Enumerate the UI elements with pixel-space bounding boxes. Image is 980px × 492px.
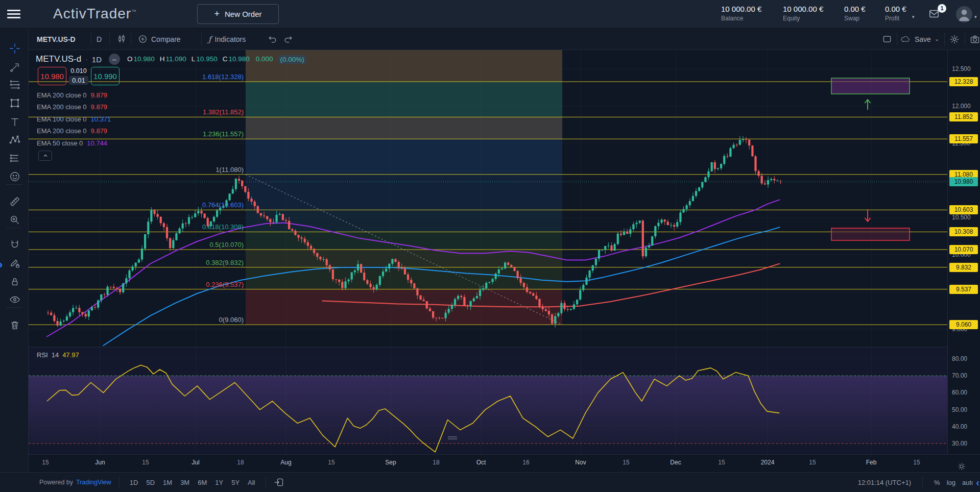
rsi-tick: 30.00 <box>952 440 967 447</box>
menu-icon[interactable] <box>7 10 20 19</box>
chart-canvas[interactable] <box>29 50 947 454</box>
price-tick: 12.500 <box>952 65 971 72</box>
legend-symbol[interactable]: METV.US-d <box>36 54 81 64</box>
ema-value: 9.879 <box>91 103 108 111</box>
drawing-mode-tool-icon[interactable] <box>9 257 20 268</box>
price-axis[interactable]: 12.50012.00011.50010.50010.0009.00080.00… <box>947 50 980 454</box>
buy-button[interactable]: 10.990 <box>91 67 119 85</box>
go-to-date-icon[interactable] <box>274 477 284 487</box>
account-label: Equity <box>783 15 823 22</box>
ema-value: 9.879 <box>91 127 108 135</box>
sell-button[interactable]: 10.980 <box>38 67 66 85</box>
time-axis-label: 18 <box>433 459 439 466</box>
compare-button[interactable]: Compare <box>138 29 181 50</box>
ema-legend-row[interactable]: EMA 200 close 09.879 <box>37 90 107 100</box>
ema-label: EMA 200 close 0 <box>37 127 87 135</box>
indicators-button[interactable]: ƒ Indicators <box>208 29 246 50</box>
chart-toolbar: METV.US-D D Compare ƒ Indicators Save ⌄ <box>29 29 980 50</box>
magnet-tool-icon[interactable] <box>9 239 20 251</box>
account-metric-equity: 10 000.00 €Equity <box>783 5 823 22</box>
fib-retracement-tool-icon[interactable] <box>9 79 20 90</box>
range-button-6m[interactable]: 6M <box>195 477 209 488</box>
avatar[interactable] <box>956 6 972 22</box>
auto-scale-toggle[interactable]: auto <box>962 479 973 486</box>
fx-icon: ƒ <box>208 35 211 44</box>
zoom-in-tool-icon[interactable] <box>9 214 20 226</box>
time-axis-label: Oct <box>476 459 486 466</box>
range-button-3m[interactable]: 3M <box>178 477 192 488</box>
time-axis-label: 15 <box>809 459 816 466</box>
rsi-value: 47.97 <box>62 351 79 359</box>
camera-icon[interactable] <box>970 29 980 50</box>
price-level-badge: 10.070 <box>949 245 978 254</box>
rsi-legend[interactable]: RSI14 47.97 <box>37 351 79 359</box>
mail-badge: 1 <box>938 4 946 13</box>
change-percent: (0.00%) <box>278 55 306 64</box>
forecast-tool-icon[interactable] <box>9 153 20 164</box>
bottom-bar: Powered by TradingView 1D5D1M3M6M1Y5YAll… <box>0 472 980 492</box>
drawing-annotations[interactable] <box>831 78 910 240</box>
rsi-tick: 80.00 <box>952 355 967 362</box>
time-axis-label: Jun <box>95 459 105 466</box>
percent-scale-toggle[interactable]: % <box>934 479 940 486</box>
ema-legend-row[interactable]: EMA 100 close 010.371 <box>37 114 111 124</box>
range-button-5y[interactable]: 5Y <box>229 477 242 488</box>
plus-circle-icon <box>138 34 148 44</box>
emoji-tool-icon[interactable] <box>9 171 20 182</box>
interval-button[interactable]: D <box>97 29 102 50</box>
lock-drawings-tool-icon[interactable] <box>9 276 20 287</box>
range-button-1m[interactable]: 1M <box>160 477 175 488</box>
rsi-tick: 60.00 <box>952 389 967 396</box>
symbol-button[interactable]: METV.US-D <box>37 29 76 50</box>
redo-icon[interactable] <box>283 29 293 50</box>
range-button-5d[interactable]: 5D <box>144 477 157 488</box>
trend-line-tool-icon[interactable] <box>9 62 20 73</box>
hide-series-button[interactable]: – <box>109 54 120 65</box>
ema-value: 9.879 <box>91 91 108 99</box>
account-value: 10 000.00 € <box>783 5 823 13</box>
chart-type-icon[interactable] <box>116 29 127 50</box>
time-axis-settings-icon[interactable] <box>957 462 966 471</box>
fib-level-label: 0(9.060) <box>219 316 244 324</box>
profit-chevron-icon[interactable]: ▾ <box>912 14 915 19</box>
toolbar-separator <box>6 228 22 228</box>
fib-retracement-bands <box>246 50 562 325</box>
range-button-all[interactable]: All <box>245 477 257 488</box>
time-axis[interactable]: 15Jun15Jul18Aug15Sep18Oct16Nov15Dec15202… <box>29 454 980 472</box>
ema-legend-row[interactable]: EMA 200 close 09.879 <box>37 126 107 136</box>
fib-level-label: 1.618(12.328) <box>202 73 244 81</box>
spread: 0.010 0.01 <box>66 67 91 85</box>
xabcd-pattern-tool-icon[interactable] <box>9 134 20 145</box>
collapse-legend-button[interactable] <box>38 151 52 161</box>
hide-drawings-tool-icon[interactable] <box>9 294 20 305</box>
account-metric-profit: 0.00 €Profit <box>885 5 906 22</box>
settings-gear-icon[interactable] <box>949 29 960 50</box>
time-axis-label: 15 <box>623 459 629 466</box>
layout-icon[interactable] <box>882 29 892 50</box>
crosshair-tool-icon[interactable] <box>9 43 20 54</box>
fib-level-label: 1.236(11.557) <box>203 130 244 138</box>
undo-icon[interactable] <box>268 29 278 50</box>
new-order-button[interactable]: + New Order <box>197 4 279 24</box>
remove-drawings-tool-icon[interactable] <box>9 319 20 331</box>
ruler-tool-icon[interactable] <box>9 196 20 207</box>
time-axis-label: 15 <box>42 459 49 466</box>
time-axis-label: 15 <box>913 459 920 466</box>
rsi-tick: 40.00 <box>952 423 967 430</box>
watchlist-expander-icon[interactable]: › <box>0 258 3 272</box>
account-value: 0.00 € <box>844 5 866 13</box>
price-level-badge: 12.328 <box>949 77 978 86</box>
panel-expand-icon[interactable]: ‹ <box>976 477 979 488</box>
price-level-badge: 11.852 <box>949 112 978 121</box>
range-button-1d[interactable]: 1D <box>127 477 141 488</box>
tradingview-link[interactable]: TradingView <box>76 479 111 486</box>
log-scale-toggle[interactable]: log <box>947 479 955 486</box>
ema-legend-row[interactable]: EMA 200 close 09.879 <box>37 102 107 112</box>
ema-legend-row[interactable]: EMA 50 close 010.744 <box>37 138 107 148</box>
save-button[interactable]: Save ⌄ <box>900 29 939 50</box>
shapes-tool-icon[interactable] <box>9 97 20 109</box>
text-tool-icon[interactable] <box>9 116 20 128</box>
range-button-1y[interactable]: 1Y <box>212 477 226 488</box>
time-axis-label: 18 <box>237 459 244 466</box>
avatar-chevron-icon[interactable]: ▾ <box>974 14 977 19</box>
